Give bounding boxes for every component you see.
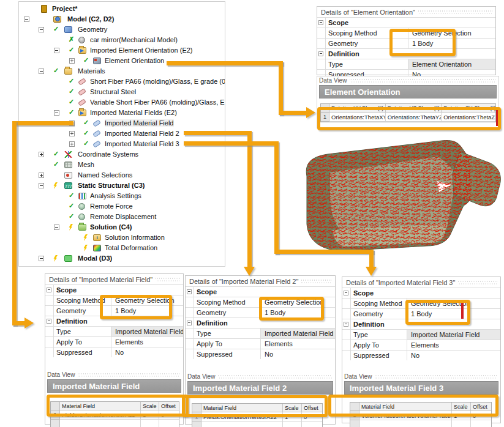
tree-item-named-selections[interactable]: Named Selections (19, 170, 225, 180)
solution-information-icon: i (93, 234, 101, 241)
highlight-geometry-field-2 (259, 297, 324, 321)
suppressed-value[interactable]: No (111, 347, 183, 357)
tree-item-static-structural[interactable]: 777Static Structural (C3) (19, 180, 225, 191)
import-folder-icon (78, 110, 86, 116)
tree-item-car-mirror[interactable]: ✗car mirror(Mechanical Model) (19, 35, 225, 45)
checkmark-icon: ✓ (69, 87, 74, 95)
checkmark-icon: ✓ (69, 212, 74, 220)
collapse-box[interactable] (344, 322, 348, 327)
collapse-box[interactable] (54, 110, 59, 116)
tree-item-analysis-settings[interactable]: ✓Analysis Settings (19, 191, 225, 201)
wave-divider (375, 375, 497, 379)
type-value: Imported Material Field (261, 329, 335, 338)
wave-divider (78, 373, 180, 377)
arrow-imported-material-field-3 (274, 250, 374, 254)
expand-box[interactable] (69, 131, 75, 136)
apply-to-value[interactable]: Elements (261, 339, 335, 349)
collapse-box[interactable] (47, 319, 51, 324)
import-folder-icon (78, 47, 86, 54)
type-value: Element Orientation (408, 59, 495, 69)
details-category-row[interactable]: Scope (45, 284, 183, 295)
highlight-dataview-row-field-3 (328, 395, 498, 417)
lightning-bolt-icon (53, 255, 58, 262)
tree-item-total-deformation[interactable]: Total Deformation (19, 243, 225, 253)
tree-item-solution[interactable]: Solution (C4) (19, 222, 225, 232)
tree-item-short-fiber-pa66[interactable]: ✓Short Fiber PA66 (molding)/Glass, E gra… (19, 76, 225, 87)
arrow-head-down (244, 267, 255, 276)
tree-item-coordinate-systems[interactable]: ✓Coordinate Systems (19, 149, 225, 160)
table-row-empty (51, 420, 179, 427)
apply-to-value[interactable]: Elements (111, 337, 183, 347)
suppressed-value[interactable]: No (407, 351, 500, 360)
expand-box[interactable] (69, 141, 75, 147)
modal-icon (64, 255, 72, 262)
crossmark-icon: ✗ (69, 35, 74, 43)
tree-item-imported-element-orientation[interactable]: ✓Imported Element Orientation (E2) (19, 45, 225, 56)
checkmark-icon: ✓ (53, 150, 59, 158)
tree-item-remote-force[interactable]: ✓Remote Force (19, 201, 225, 212)
analysis-settings-icon (78, 193, 86, 199)
material-icon-blue (92, 119, 101, 127)
remote-displacement-icon (78, 214, 85, 220)
collapse-box[interactable] (39, 27, 44, 32)
materials-folder-icon (64, 68, 72, 75)
tree-item-solution-information[interactable]: iSolution Information (19, 232, 225, 243)
wave-divider (301, 280, 332, 283)
arrow-imported-material-field (12, 121, 17, 325)
expand-box[interactable] (69, 58, 75, 64)
tree-item-model[interactable]: Model (C2, D2) (19, 14, 225, 24)
details-row: TypeImported Material Field (45, 326, 183, 336)
dataview-title-bar: Element Orientation (319, 85, 497, 98)
total-deformation-icon (93, 245, 101, 251)
collapse-box[interactable] (54, 225, 59, 230)
collapse-box[interactable] (318, 20, 323, 25)
highlight-dataview-row-field-1 (47, 395, 189, 417)
details-title: Details of "Imported Material Field 2" (186, 276, 335, 286)
dataview-title-bar: Imported Material Field 3 (344, 381, 498, 395)
tree-item-structural-steel[interactable]: ✓Structural Steel (19, 87, 225, 97)
details-category-row[interactable]: Scope (317, 17, 495, 28)
tree-item-modal[interactable]: Modal (D3) (19, 253, 225, 264)
collapse-box[interactable] (47, 288, 51, 292)
collapse-box[interactable] (344, 291, 348, 295)
details-row: Apply ToElements (186, 338, 335, 349)
coordinate-systems-icon (64, 151, 72, 158)
highlight-geometry-field-3 (405, 300, 470, 325)
apply-to-value[interactable]: Elements (407, 340, 500, 350)
collapse-box[interactable] (318, 51, 323, 56)
checkmark-icon: ✓ (53, 160, 59, 168)
tree-item-geometry[interactable]: ✓Geometry (19, 24, 225, 35)
collapse-box[interactable] (187, 321, 192, 325)
tree-item-imported-material-fields[interactable]: ✓Imported Material Fields (E2) (19, 108, 225, 118)
collapse-box[interactable] (39, 256, 44, 261)
tree-item-remote-displacement[interactable]: ✓Remote Displacement (19, 212, 225, 222)
collapse-box[interactable] (54, 48, 59, 53)
model-folder-icon (53, 16, 61, 23)
details-category-row[interactable]: Scope (342, 288, 500, 298)
arrow-head-down (366, 267, 377, 276)
dataview-label: Data View (186, 373, 335, 381)
suppressed-value[interactable]: No (261, 349, 335, 359)
arrow-element-orientation (279, 111, 307, 115)
collapse-box[interactable] (39, 183, 44, 188)
details-category-row[interactable]: Scope (186, 286, 335, 297)
checkmark-icon: ✓ (83, 139, 89, 147)
highlight-dataview-row-element-orientation (317, 107, 501, 130)
dataview-label: Data View (45, 371, 183, 379)
collapse-box[interactable] (187, 289, 192, 294)
lightning-bolt-icon (83, 234, 88, 241)
tree-item-materials[interactable]: ✓Materials (19, 66, 225, 76)
tree-item-mesh[interactable]: ✓Mesh (19, 160, 225, 170)
collapse-box[interactable] (39, 69, 44, 74)
type-value: Imported Material Field (111, 327, 183, 336)
arrow-imported-material-field-3 (274, 141, 279, 254)
checkmark-icon: ✓ (83, 129, 89, 137)
details-row: TypeImported Material Field (342, 329, 500, 340)
tree-item-variable-short-fiber-pa66[interactable]: ✓Variable Short Fiber PA66 (molding)/Gla… (19, 97, 225, 108)
details-row: Apply ToElements (45, 336, 183, 347)
expand-box[interactable] (39, 152, 44, 157)
tree-item-project[interactable]: Project* (19, 4, 225, 14)
collapse-box[interactable] (24, 17, 29, 22)
named-selections-icon (64, 172, 72, 179)
expand-box[interactable] (39, 173, 44, 178)
